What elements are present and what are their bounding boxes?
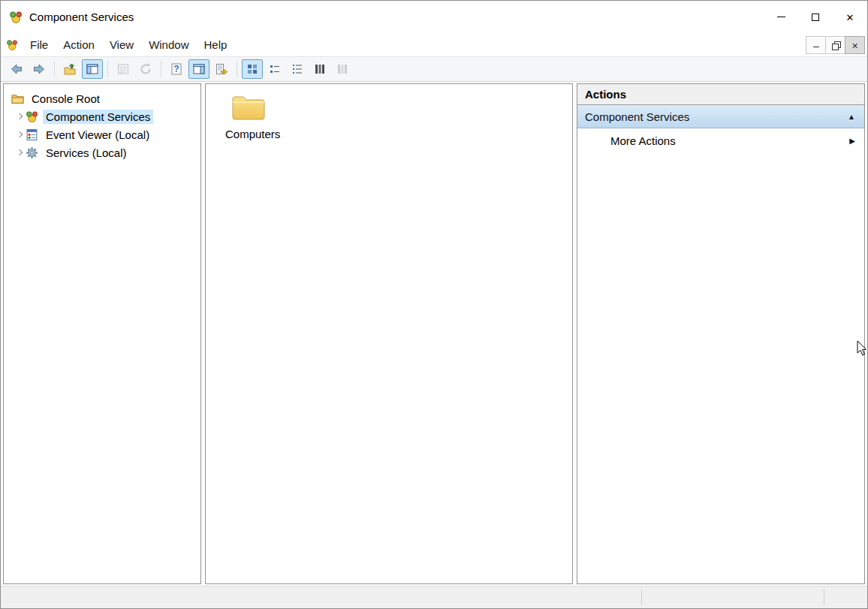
more-actions-item[interactable]: More Actions ▶ (577, 128, 864, 153)
menu-bar: File Action View Window Help (1, 33, 867, 57)
close-icon (846, 11, 854, 24)
view-large-icons-icon (246, 63, 258, 75)
menu-help[interactable]: Help (196, 35, 234, 55)
help-icon: ? (170, 63, 182, 75)
tree-item-console-root[interactable]: Console Root (4, 89, 200, 107)
component-services-icon (26, 110, 38, 123)
mdi-close-icon (851, 38, 858, 52)
properties-button[interactable] (113, 59, 134, 79)
status-bar (1, 586, 867, 608)
back-button[interactable] (6, 59, 27, 79)
toolbar: ? (1, 57, 867, 82)
customize-view-icon (336, 63, 348, 75)
toolbar-separator (54, 61, 55, 77)
back-icon (11, 63, 23, 75)
maximize-icon (812, 14, 819, 21)
toolbar-separator (161, 61, 161, 77)
expand-chevron-icon[interactable] (13, 132, 26, 137)
submenu-arrow-icon: ▶ (849, 137, 855, 145)
view-list-icon (291, 63, 303, 75)
menu-file[interactable]: File (23, 35, 56, 55)
view-list-button[interactable] (287, 59, 308, 79)
view-details-icon (314, 63, 326, 75)
tree-item-event-viewer[interactable]: Event Viewer (Local) (4, 125, 200, 143)
folder-icon (11, 92, 24, 105)
minimize-icon (777, 17, 785, 17)
menu-window[interactable]: Window (141, 35, 196, 55)
show-hide-action-pane-button[interactable] (188, 59, 209, 79)
status-bar-separator (641, 589, 642, 605)
services-gear-icon (26, 146, 38, 159)
tree-item-label: Event Viewer (Local) (43, 128, 152, 142)
menu-view[interactable]: View (102, 35, 141, 55)
minimize-button[interactable] (764, 1, 798, 33)
window-title: Component Services (29, 11, 134, 23)
toolbar-separator (237, 61, 237, 77)
up-one-level-button[interactable] (59, 59, 80, 79)
forward-icon (33, 63, 45, 75)
view-small-icons-icon (269, 63, 281, 75)
more-actions-label: More Actions (610, 134, 676, 147)
tree-item-label: Services (Local) (43, 146, 130, 160)
view-large-icons-button[interactable] (242, 59, 263, 79)
mdi-close-button[interactable] (845, 36, 865, 54)
console-app-icon (6, 39, 18, 51)
export-list-icon (215, 63, 228, 75)
actions-section-label: Component Services (585, 110, 689, 123)
svg-text:?: ? (173, 64, 179, 74)
close-button[interactable] (833, 1, 867, 33)
forward-button[interactable] (29, 59, 50, 79)
mdi-minimize-button[interactable] (806, 36, 826, 54)
tree-item-label: Console Root (29, 92, 103, 106)
main-area: Console Root Component Services (1, 82, 867, 586)
help-button[interactable]: ? (166, 59, 187, 79)
mdi-restore-button[interactable] (825, 36, 845, 54)
mdi-window-controls (806, 36, 865, 54)
tree-item-services[interactable]: Services (Local) (4, 143, 200, 161)
expand-chevron-icon[interactable] (13, 114, 26, 119)
collapse-section-icon[interactable]: ▲ (848, 113, 855, 121)
actions-pane: Actions Component Services ▲ More Action… (577, 83, 865, 584)
results-pane: Computers (205, 83, 573, 584)
console-tree-pane: Console Root Component Services (3, 83, 201, 584)
expand-chevron-icon[interactable] (13, 150, 26, 155)
computers-folder-label: Computers (225, 128, 272, 140)
mdi-minimize-icon (813, 47, 819, 47)
event-viewer-icon (26, 128, 38, 141)
maximize-button[interactable] (798, 1, 833, 33)
computers-folder-icon (231, 94, 266, 121)
refresh-button[interactable] (135, 59, 156, 79)
show-hide-console-tree-button[interactable] (82, 59, 103, 79)
menu-action[interactable]: Action (56, 35, 102, 55)
status-bar-separator (824, 589, 824, 605)
action-pane-toggle-icon (193, 63, 205, 75)
actions-pane-title: Actions (577, 84, 864, 105)
tree-item-label: Component Services (43, 110, 153, 124)
component-services-window: Component Services File Action View Wind… (0, 0, 868, 609)
mdi-restore-icon (832, 41, 839, 49)
computers-folder-item[interactable]: Computers (225, 94, 272, 140)
view-small-icons-button[interactable] (264, 59, 285, 79)
toolbar-separator (107, 61, 108, 77)
customize-view-button[interactable] (332, 59, 353, 79)
window-controls (764, 1, 867, 33)
export-list-button[interactable] (211, 59, 232, 79)
console-tree-toggle-icon (86, 63, 98, 75)
up-one-level-icon (64, 63, 76, 75)
properties-icon (117, 63, 129, 75)
refresh-icon (140, 63, 152, 75)
title-bar: Component Services (1, 1, 867, 33)
view-details-button[interactable] (309, 59, 330, 79)
tree-item-component-services[interactable]: Component Services (4, 107, 200, 125)
component-services-app-icon (9, 11, 23, 24)
actions-section-component-services[interactable]: Component Services ▲ (577, 105, 864, 128)
